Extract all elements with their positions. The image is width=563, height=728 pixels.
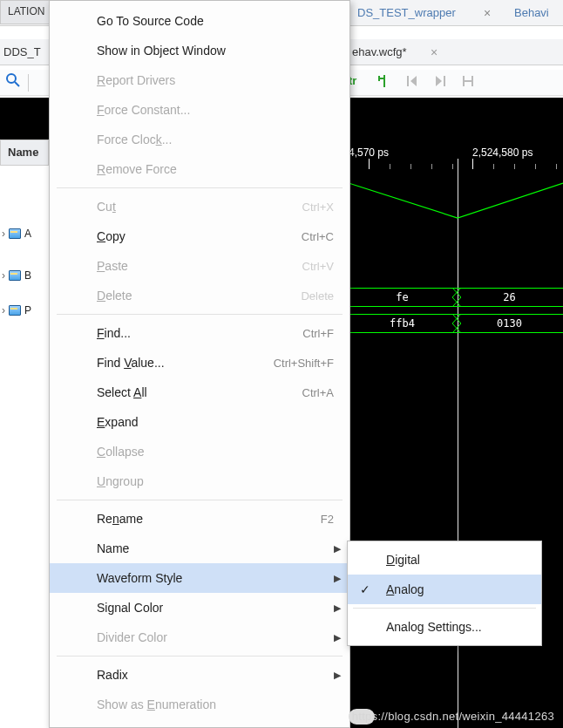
menu-find-value[interactable]: Find Value...Ctrl+Shift+F xyxy=(50,348,349,378)
menu-show-in-object[interactable]: Show in Object Window xyxy=(50,36,349,65)
menu-signal-color[interactable]: Signal Color▶ xyxy=(50,593,349,623)
waveform-style-submenu: Digital ✓Analog Analog Settings... xyxy=(347,541,542,646)
signal-icon xyxy=(9,305,21,316)
menu-separator xyxy=(57,656,343,657)
signal-tree: › A › B › P xyxy=(0,166,49,728)
ruler-label: 4,570 ps xyxy=(349,146,389,159)
svg-point-0 xyxy=(7,74,16,83)
menu-divider-color: Divider Color▶ xyxy=(50,623,349,652)
svg-rect-10 xyxy=(463,76,465,86)
menu-force-constant: Force Constant... xyxy=(50,95,349,125)
signal-icon xyxy=(9,270,21,281)
menu-separator xyxy=(353,608,536,609)
name-panel-header: Name xyxy=(0,139,49,166)
next-edge-icon[interactable] xyxy=(432,73,448,89)
submenu-analog[interactable]: ✓Analog xyxy=(348,575,541,604)
time-ruler: 4,570 ps 2,524,580 ps xyxy=(349,146,563,166)
menu-cut: CutCtrl+X xyxy=(50,192,349,221)
close-tab-icon[interactable]: × xyxy=(484,6,491,20)
tab-wrapper-fragment[interactable]: DS_TEST_wrapper xyxy=(357,6,456,19)
svg-rect-11 xyxy=(471,76,473,86)
menu-separator xyxy=(57,187,343,188)
tree-item[interactable]: › B xyxy=(0,255,49,296)
speech-bubble-icon[interactable] xyxy=(349,709,375,725)
tree-item-label: A xyxy=(24,228,31,240)
menu-ungroup: Ungroup xyxy=(50,466,349,496)
submenu-arrow-icon: ▶ xyxy=(334,632,341,643)
svg-rect-9 xyxy=(444,76,445,86)
menu-reverse-bit-order[interactable]: Reverse Bit Order xyxy=(50,719,349,728)
search-icon[interactable] xyxy=(5,72,21,92)
tree-item-label: P xyxy=(24,304,31,316)
menu-radix[interactable]: Radix▶ xyxy=(50,660,349,690)
bus-cell: ffb4 xyxy=(349,315,456,332)
chevron-right-icon[interactable]: › xyxy=(2,304,5,316)
tree-item[interactable]: › A xyxy=(0,213,49,255)
submenu-arrow-icon: ▶ xyxy=(334,670,341,681)
ruler-label: 2,524,580 ps xyxy=(472,146,532,159)
tab-simulation[interactable]: LATION xyxy=(0,0,52,24)
menu-separator xyxy=(57,314,343,315)
signal-icon xyxy=(9,228,21,239)
bus-row-1[interactable]: fe 26 xyxy=(349,288,563,307)
menu-force-clock: Force Clock... xyxy=(50,125,349,154)
submenu-arrow-icon: ▶ xyxy=(334,573,341,584)
tree-item[interactable]: › P xyxy=(0,296,49,324)
menu-collapse: Collapse xyxy=(50,437,349,466)
menu-delete: DeleteDelete xyxy=(50,281,349,310)
bus-row-2[interactable]: ffb4 0130 xyxy=(349,314,563,333)
chevron-right-icon[interactable]: › xyxy=(2,228,5,240)
add-marker-icon[interactable] xyxy=(376,73,392,89)
svg-rect-6 xyxy=(407,76,409,86)
menu-paste: PasteCtrl+V xyxy=(50,251,349,281)
menu-report-drivers: Report Drivers xyxy=(50,65,349,95)
menu-select-all[interactable]: Select AllCtrl+A xyxy=(50,378,349,407)
submenu-digital[interactable]: Digital xyxy=(348,545,541,575)
menu-waveform-style[interactable]: Waveform Style▶ xyxy=(50,563,349,593)
zoom-fit-icon[interactable]: tr xyxy=(349,73,364,89)
svg-line-1 xyxy=(15,82,19,86)
tab-dds-fragment[interactable]: DDS_T xyxy=(3,45,41,58)
prev-edge-icon[interactable] xyxy=(404,73,420,89)
swap-edge-icon[interactable] xyxy=(460,73,476,89)
waveform-toolbar-right: tr xyxy=(349,73,476,89)
menu-remove-force: Remove Force xyxy=(50,154,349,184)
submenu-arrow-icon: ▶ xyxy=(334,602,341,614)
submenu-analog-settings[interactable]: Analog Settings... xyxy=(348,612,541,642)
toolbar-separator xyxy=(28,74,29,92)
menu-expand[interactable]: Expand xyxy=(50,407,349,437)
tree-item-label: B xyxy=(24,269,31,282)
menu-go-to-source[interactable]: Go To Source Code xyxy=(50,6,349,36)
chevron-right-icon[interactable]: › xyxy=(2,269,5,282)
submenu-arrow-icon: ▶ xyxy=(334,543,341,555)
menu-find[interactable]: Find...Ctrl+F xyxy=(50,318,349,348)
svg-marker-8 xyxy=(436,76,442,86)
context-menu: Go To Source Code Show in Object Window … xyxy=(49,0,350,728)
bus-cell: 0130 xyxy=(456,315,563,332)
tab-wcfg[interactable]: ehav.wcfg* xyxy=(352,45,407,58)
menu-separator xyxy=(57,500,343,500)
checkmark-icon: ✓ xyxy=(360,582,370,596)
close-wcfg-icon[interactable]: × xyxy=(431,45,438,59)
tab-behavior-fragment[interactable]: Behavi xyxy=(514,6,549,19)
analog-waveform xyxy=(349,176,563,228)
bus-cell: fe xyxy=(349,289,456,306)
svg-marker-7 xyxy=(410,76,417,86)
menu-show-as-enum: Show as Enumeration xyxy=(50,690,349,719)
menu-copy[interactable]: CopyCtrl+C xyxy=(50,221,349,251)
bus-cell: 26 xyxy=(456,289,563,306)
menu-name[interactable]: Name▶ xyxy=(50,534,349,563)
menu-rename[interactable]: RenameF2 xyxy=(50,504,349,534)
